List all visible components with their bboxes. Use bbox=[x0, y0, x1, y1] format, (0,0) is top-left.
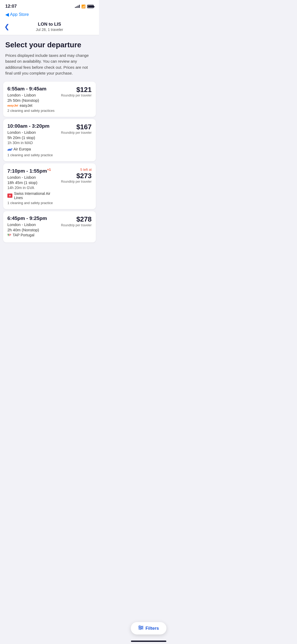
price-amount: $273 bbox=[61, 172, 92, 180]
page-title: Select your departure bbox=[5, 40, 94, 49]
flight-route: London - Lisbon bbox=[7, 130, 58, 135]
nav-header: ❮ LON to LIS Jul 28, 1 traveler bbox=[0, 20, 99, 35]
flight-info: 10:00am - 3:20pm London - Lisbon 5h 20m … bbox=[7, 123, 61, 157]
flight-price: $278 Roundtrip per traveler bbox=[61, 215, 92, 227]
airline-row: Swiss International Air Lines bbox=[7, 191, 58, 200]
flight-price: $121 Roundtrip per traveler bbox=[61, 86, 92, 98]
flight-card[interactable]: 6:45pm - 9:25pm London - Lisbon 2h 40m (… bbox=[3, 211, 96, 242]
safety-text: 1 cleaning and safety practice bbox=[7, 201, 58, 205]
price-amount: $167 bbox=[61, 123, 92, 131]
swiss-logo-icon bbox=[7, 194, 12, 198]
airline-name: Air Europa bbox=[13, 147, 31, 151]
flight-times: 7:10pm - 1:55pm+1 bbox=[7, 168, 58, 174]
page-disclaimer: Prices displayed include taxes and may c… bbox=[5, 53, 94, 76]
tap-logo-icon: TP bbox=[7, 233, 11, 237]
flight-duration: 2h 50m (Nonstop) bbox=[7, 98, 58, 103]
app-store-bar: ◀ App Store bbox=[0, 11, 99, 20]
flight-route: London - Lisbon bbox=[7, 222, 58, 227]
nav-subtitle: Jul 28, 1 traveler bbox=[36, 27, 63, 32]
price-label: Roundtrip per traveler bbox=[61, 180, 92, 184]
price-amount: $121 bbox=[61, 86, 92, 94]
nav-title: LON to LIS bbox=[36, 22, 63, 27]
next-day-badge: +1 bbox=[47, 168, 51, 172]
back-button[interactable]: ❮ bbox=[4, 24, 10, 30]
airline-row: easyJet easyJet bbox=[7, 103, 58, 108]
flight-price: $167 Roundtrip per traveler bbox=[61, 123, 92, 135]
easyjet-logo-icon: easyJet bbox=[7, 104, 18, 107]
status-icons: 📶 bbox=[75, 4, 94, 8]
page-header: Select your departure Prices displayed i… bbox=[0, 35, 99, 80]
airline-row: 𝒶𝑒 Air Europa bbox=[7, 146, 58, 152]
back-small-arrow: ◀ bbox=[5, 12, 9, 17]
flight-list: 6:55am - 9:45am London - Lisbon 2h 50m (… bbox=[0, 82, 99, 242]
flight-times: 10:00am - 3:20pm bbox=[7, 123, 58, 129]
flight-duration: 18h 45m (1 stop) bbox=[7, 180, 58, 185]
wifi-icon: 📶 bbox=[81, 4, 86, 8]
availability-label: 5 left at bbox=[61, 168, 92, 172]
price-label: Roundtrip per traveler bbox=[61, 131, 92, 135]
status-bar: 12:07 📶 bbox=[0, 0, 99, 11]
price-label: Roundtrip per traveler bbox=[61, 223, 92, 228]
app-store-label[interactable]: App Store bbox=[10, 12, 29, 17]
flight-times: 6:55am - 9:45am bbox=[7, 86, 58, 92]
flight-route: London - Lisbon bbox=[7, 93, 58, 97]
safety-text: 2 cleaning and safety practices bbox=[7, 109, 58, 113]
airline-name: easyJet bbox=[20, 103, 32, 108]
flight-times: 6:45pm - 9:25pm bbox=[7, 215, 58, 221]
page-content: Select your departure Prices displayed i… bbox=[0, 35, 99, 271]
airline-row: TP TAP Portugal bbox=[7, 233, 58, 237]
flight-route: London - Lisbon bbox=[7, 175, 58, 180]
flight-info: 6:55am - 9:45am London - Lisbon 2h 50m (… bbox=[7, 86, 61, 113]
aireuropa-logo-icon: 𝒶𝑒 bbox=[7, 146, 12, 152]
airline-name: TAP Portugal bbox=[13, 233, 34, 237]
flight-info: 7:10pm - 1:55pm+1 London - Lisbon 18h 45… bbox=[7, 168, 61, 205]
status-time: 12:07 bbox=[5, 4, 17, 9]
flight-duration: 5h 20m (1 stop) bbox=[7, 135, 58, 140]
signal-icon bbox=[75, 5, 80, 8]
flight-card[interactable]: 7:10pm - 1:55pm+1 London - Lisbon 18h 45… bbox=[3, 163, 96, 209]
flight-info: 6:45pm - 9:25pm London - Lisbon 2h 40m (… bbox=[7, 215, 61, 238]
flight-stopover: 14h 20m in GVA bbox=[7, 186, 58, 190]
flight-stopover: 1h 30m in MAD bbox=[7, 141, 58, 145]
airline-name: Swiss International Air Lines bbox=[14, 191, 58, 200]
flight-price: 5 left at $273 Roundtrip per traveler bbox=[61, 168, 92, 184]
battery-icon bbox=[87, 5, 94, 8]
flight-card[interactable]: 10:00am - 3:20pm London - Lisbon 5h 20m … bbox=[3, 119, 96, 161]
price-label: Roundtrip per traveler bbox=[61, 93, 92, 98]
safety-text: 1 cleaning and safety practice bbox=[7, 153, 58, 157]
flight-card[interactable]: 6:55am - 9:45am London - Lisbon 2h 50m (… bbox=[3, 82, 96, 117]
flight-duration: 2h 40m (Nonstop) bbox=[7, 228, 58, 232]
price-amount: $278 bbox=[61, 215, 92, 223]
